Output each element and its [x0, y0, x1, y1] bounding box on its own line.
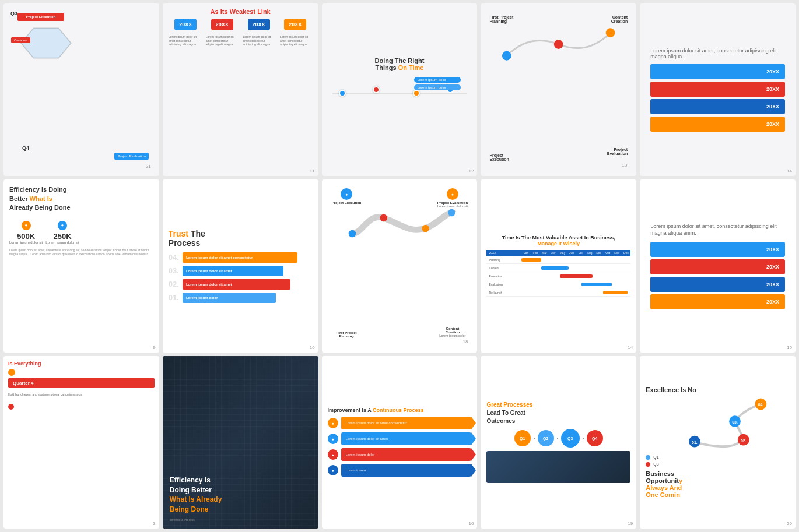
eff-title-orange: What Is — [30, 195, 52, 202]
year-bubbles: 20XX 20XX 20XX 20XX — [167, 19, 314, 30]
gantt-bars-content — [521, 266, 630, 270]
trust-step-2: 02. Lorem ipsum dolor sit amet — [169, 279, 313, 290]
timeline-labels: Lorem ipsum dolor Lorem ipsum dolor — [414, 77, 467, 92]
s10-box-4: 20XX — [650, 294, 785, 309]
tl-label-1: Lorem ipsum dolor — [414, 77, 461, 83]
dark-title-orange: What Is AlreadyBeing Done — [170, 495, 222, 513]
s10-box-3: 20XX — [650, 277, 785, 292]
gantt-content: Time Is The Most Valuable Asset In Busin… — [486, 235, 630, 297]
gantt-label-execution: Execution — [486, 274, 521, 278]
gantt-row-evaluation: Evaluation — [486, 280, 630, 288]
hex-container: Q3 Project Execution Creation Q4 Project… — [8, 8, 155, 171]
year-bubble-3: 20XX — [248, 19, 270, 30]
gantt-month-mar: Mar — [540, 251, 549, 255]
trust-title: Trust TheProcess — [169, 229, 313, 248]
trust-step-3: 03. Lorem ipsum dolor sit amet — [169, 266, 313, 276]
slide-num-8: 18 — [462, 339, 468, 344]
year-text-3: Lorem ipsum dolor sit amet consectetur a… — [243, 35, 275, 47]
eff-label-2: Lorem ipsum dolor sit — [45, 241, 79, 245]
svg-point-3 — [554, 40, 563, 49]
gantt-month-oct: Oct — [603, 251, 612, 255]
gantt-month-dec: Dec — [622, 251, 631, 255]
s11-desc: Hold launch event and start promotional … — [8, 393, 155, 397]
gantt-month-jun: Jun — [567, 251, 576, 255]
year-bubble-2: 20XX — [211, 19, 233, 30]
pf-circle-exec: ● — [341, 188, 352, 200]
dark-content: Efficiency IsDoing Better What Is Alread… — [163, 356, 318, 529]
year-text-4: Lorem ipsum dolor sit amet consectetur a… — [280, 35, 312, 47]
s11-title: Is Everything — [8, 361, 41, 367]
slide-num-6: 9 — [153, 345, 155, 350]
timeline-area: Lorem ipsum dolor Lorem ipsum dolor — [332, 76, 467, 122]
proj-label-1: First ProjectPlanning — [489, 15, 513, 23]
dark-footer: Timeline & Process — [170, 518, 311, 522]
pf-node-planning: First ProjectPlanning — [331, 331, 363, 338]
year-bubble-4: 20XX — [284, 19, 306, 30]
gantt-row-planning: Planning — [486, 256, 630, 264]
gantt-month-jul: Jul — [576, 251, 586, 255]
slide-num-7: 10 — [310, 345, 315, 350]
eff-val-2: 250K — [54, 232, 72, 241]
eff-icon-orange: ● — [22, 221, 31, 230]
s5-content: Lorem ipsum dolor sit amet, consectetur … — [646, 43, 790, 136]
partial-boxes: 20XX 20XX 20XX 20XX — [650, 64, 785, 132]
trust-content: Trust TheProcess 04. Lorem ipsum dolor s… — [169, 229, 313, 303]
year-main-title: As Its Weakest Link — [167, 8, 314, 15]
slide-doing-right: Doing The RightThings On Time Lorem ipsu… — [322, 3, 478, 176]
year-text-1: Lorem ipsum dolor sit amet consectetur a… — [169, 35, 201, 47]
svg-point-5 — [349, 230, 356, 238]
step-bar-3: Lorem ipsum dolor sit amet — [183, 266, 283, 276]
year-text-2: Lorem ipsum dolor sit amet consectetur a… — [206, 35, 238, 47]
gantt-month-aug: Aug — [585, 251, 594, 255]
eff-val-1: 500K — [17, 232, 35, 241]
eff-icon-blue: ● — [58, 221, 67, 230]
pb-1: 20XX — [650, 64, 785, 79]
gantt-subtitle: Manage It Wisely — [538, 241, 580, 246]
gantt-month-may: May — [558, 251, 567, 255]
svg-point-6 — [380, 214, 388, 222]
pb-4: 20XX — [650, 117, 785, 132]
svg-point-8 — [448, 209, 455, 217]
slide-q3-q4: Q3 Project Execution Creation Q4 Project… — [3, 3, 159, 176]
pf-circle-eval: ● — [447, 188, 458, 200]
svg-point-4 — [606, 28, 615, 37]
slide-process-flow: ● Project Execution ● Project Evaluation… — [322, 179, 478, 352]
q3-label: Q3 — [10, 10, 17, 16]
gantt-label-planning: Planning — [486, 258, 521, 262]
eff-label-1: Lorem ipsum dolor sit — [9, 241, 43, 245]
slide-20xx-list: Lorem ipsum dolor sit amet, consectetur … — [640, 3, 796, 176]
hex-title-box: Project Execution — [17, 13, 64, 21]
eff-icons: ● 500K Lorem ipsum dolor sit ● 250K Lore… — [9, 221, 79, 245]
gantt-bar-content — [541, 266, 569, 270]
process-flow: ● Project Execution ● Project Evaluation… — [328, 185, 472, 346]
slide-num-3: 12 — [468, 168, 474, 174]
step-bar-2: Lorem ipsum dolor sit amet — [183, 279, 290, 290]
year-bubble-1: 20XX — [174, 19, 197, 30]
pb-3: 20XX — [650, 99, 785, 114]
pf-content-text: Lorem ipsum dolor — [436, 334, 468, 338]
step-num-2: 02. — [169, 280, 179, 288]
gantt-month-apr: Apr — [549, 251, 558, 255]
step-num-4: 04. — [169, 253, 179, 262]
wave-svg — [501, 27, 616, 62]
eval-box: Project Evaluation — [114, 153, 148, 160]
year-texts: Lorem ipsum dolor sit amet consectetur a… — [167, 35, 314, 47]
s10-box-2: 20XX — [650, 259, 785, 274]
gantt-bars-relaunch — [521, 290, 630, 295]
gantt-table: 20XX Jan Feb Mar Apr May Jun Jul Aug Sep… — [486, 250, 630, 297]
gantt-label-content: Content — [486, 266, 521, 270]
slide-partial-boxes: Lorem ipsum dolor sit amet, consectetur … — [640, 179, 796, 352]
slide-num-10: 15 — [787, 345, 792, 350]
gantt-label-relaunch: Re-launch — [486, 291, 521, 294]
gantt-month-nov: Nov — [612, 251, 622, 255]
s10-desc: Lorem ipsum dolor sit amet, consectetur … — [650, 223, 785, 237]
gantt-bar-relaunch — [603, 291, 627, 294]
eff-title: Efficiency Is DoingBetter What IsAlready… — [9, 185, 71, 212]
slide-project-flow: First ProjectPlanning ContentCreation Pr… — [481, 3, 636, 176]
doing-title: Doing The RightThings On Time — [375, 57, 425, 71]
trust-step-1: 01. Lorem ipsum dolor — [169, 293, 313, 303]
pf-node-content: ContentCreation Lorem ipsum dolor — [436, 327, 468, 338]
years-container: As Its Weakest Link 20XX 20XX 20XX 20XX … — [167, 8, 314, 47]
proj-label-4: ProjectEvaluation — [607, 147, 628, 156]
pf-wave-svg — [342, 203, 457, 244]
